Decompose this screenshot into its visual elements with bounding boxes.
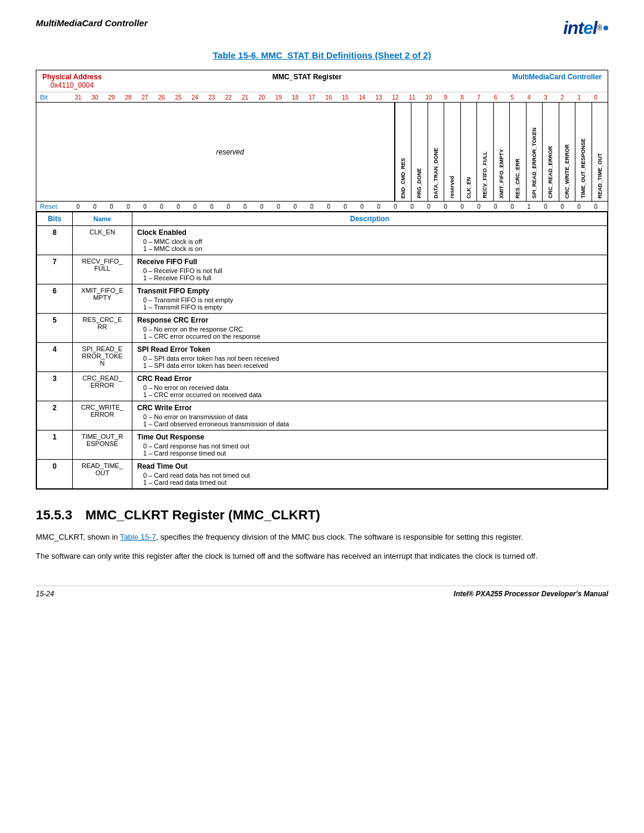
table-row: 0READ_TIME_ OUTRead Time Out0 – Card rea… bbox=[37, 460, 608, 489]
bit-number: 7 bbox=[470, 94, 487, 101]
desc-item: 0 – Transmit FIFO is not empty bbox=[143, 296, 602, 304]
bit-number: 10 bbox=[420, 94, 437, 101]
reset-value: 0 bbox=[253, 203, 270, 210]
table-row: 2CRC_WRITE_ ERRORCRC Write Error0 – No e… bbox=[37, 401, 608, 431]
bits-cell: 0 bbox=[37, 460, 73, 489]
bits-cell: 7 bbox=[37, 255, 73, 284]
desc-cell: Response CRC Error0 – No error on the re… bbox=[132, 314, 608, 343]
reset-value: 0 bbox=[287, 203, 304, 210]
reset-value: 0 bbox=[137, 203, 153, 210]
bits-cell: 4 bbox=[37, 343, 73, 372]
reset-value: 1 bbox=[521, 203, 537, 210]
description-table: Bits Name Description 8CLK_ENClock Enabl… bbox=[36, 212, 608, 489]
section-title: MMC_CLKRT Register (MMC_CLKRT) bbox=[85, 507, 320, 522]
bit-numbers-row: Bit 313029282726252423222120191817161514… bbox=[36, 92, 608, 103]
reset-value: 0 bbox=[537, 203, 554, 210]
bit-numbers: 3130292827262524232221201918171615141312… bbox=[70, 94, 604, 101]
bit-number: 11 bbox=[404, 94, 420, 101]
register-table-header: Physical Address 0x4110_0004 MMC_STAT Re… bbox=[36, 70, 608, 92]
reset-value: 0 bbox=[237, 203, 253, 210]
reset-value: 0 bbox=[387, 203, 404, 210]
bit-number: 2 bbox=[554, 94, 571, 101]
bits-cell: 6 bbox=[37, 284, 73, 314]
bits-cell: 8 bbox=[37, 226, 73, 255]
desc-title: Transmit FIFO Empty bbox=[137, 287, 602, 295]
bit-number: 27 bbox=[137, 94, 153, 101]
page-footer: 15-24 Intel® PXA255 Processor Developer'… bbox=[36, 586, 608, 598]
desc-cell: Receive FIFO Full0 – Receive FIFO is not… bbox=[132, 255, 608, 284]
bit-number: 29 bbox=[103, 94, 120, 101]
desc-title: Response CRC Error bbox=[137, 316, 602, 324]
table-15-7-link[interactable]: Table 15-7 bbox=[120, 532, 156, 541]
bit-field-cell: END_CMD_RES bbox=[395, 103, 411, 201]
name-cell: XMIT_FIFO_E MPTY bbox=[73, 284, 132, 314]
table-row: 5RES_CRC_E RRResponse CRC Error0 – No er… bbox=[37, 314, 608, 343]
desc-item: 0 – No error on received data bbox=[143, 384, 602, 391]
bit-number: 8 bbox=[454, 94, 470, 101]
bit-number: 5 bbox=[504, 94, 521, 101]
bit-number: 19 bbox=[270, 94, 287, 101]
bit-number: 13 bbox=[370, 94, 387, 101]
bit-field-cell: SPI_READ_ERROR_TOKEN bbox=[526, 103, 542, 201]
bit-fields: END_CMD_RESPRG_DONEDATA_TRAN_DONEreserve… bbox=[395, 103, 608, 201]
phys-addr-label: Physical Address bbox=[42, 73, 102, 81]
bit-field-cell: reserved bbox=[444, 103, 460, 201]
header-title: MultiMediaCard Controller bbox=[36, 18, 148, 28]
reset-value: 0 bbox=[587, 203, 604, 210]
name-cell: CRC_WRITE_ ERROR bbox=[73, 401, 132, 431]
field-label: TIME_OUT_RESPONSE bbox=[580, 138, 586, 199]
bits-cell: 3 bbox=[37, 372, 73, 401]
bit-row-label: Bit bbox=[40, 94, 70, 101]
reset-value: 0 bbox=[103, 203, 120, 210]
field-label: RECV_FIFO_FULL bbox=[482, 151, 488, 199]
bits-cell: 2 bbox=[37, 401, 73, 431]
reset-value: 0 bbox=[187, 203, 203, 210]
bit-field-cell: RECV_FIFO_FULL bbox=[476, 103, 493, 201]
desc-title: Receive FIFO Full bbox=[137, 258, 602, 266]
reset-row: Reset 00000000000000000000000000010000 bbox=[36, 202, 608, 212]
section-15-5-3: 15.5.3 MMC_CLKRT Register (MMC_CLKRT) MM… bbox=[36, 507, 608, 562]
desc-title: SPI Read Error Token bbox=[137, 345, 602, 354]
field-label: DATA_TRAN_DONE bbox=[433, 148, 439, 199]
field-label: XMIT_FIFO_EMPTY bbox=[499, 149, 504, 199]
row-spacer bbox=[36, 103, 66, 201]
bit-number: 17 bbox=[304, 94, 320, 101]
intel-dot-icon bbox=[603, 26, 608, 30]
field-label: CRC_WRITE_ERROR bbox=[564, 144, 570, 199]
bit-number: 28 bbox=[120, 94, 137, 101]
reset-value: 0 bbox=[420, 203, 437, 210]
col-bits-header: Bits bbox=[37, 212, 73, 226]
name-cell: READ_TIME_ OUT bbox=[73, 460, 132, 489]
desc-title: CRC Write Error bbox=[137, 404, 602, 412]
bit-number: 12 bbox=[387, 94, 404, 101]
phys-addr-block: Physical Address 0x4110_0004 bbox=[42, 73, 102, 89]
bit-number: 4 bbox=[521, 94, 537, 101]
table-row: 7RECV_FIFO_ FULLReceive FIFO Full0 – Rec… bbox=[37, 255, 608, 284]
reset-value: 0 bbox=[504, 203, 521, 210]
desc-item: 0 – SPI data error token has not been re… bbox=[143, 355, 602, 362]
bit-number: 16 bbox=[320, 94, 337, 101]
controller-label: MultiMediaCard Controller bbox=[512, 73, 602, 89]
field-label: RES_CRC_ERR bbox=[515, 159, 521, 199]
reset-value: 0 bbox=[571, 203, 587, 210]
reset-value: 0 bbox=[120, 203, 137, 210]
field-label: READ_TIME_OUT bbox=[597, 153, 603, 199]
reset-value: 0 bbox=[337, 203, 354, 210]
field-label: PRG_DONE bbox=[416, 168, 422, 199]
desc-item: 0 – Card read data has not timed out bbox=[143, 472, 602, 479]
desc-item: 1 – CRC error occurred on received data bbox=[143, 391, 602, 398]
field-label: CLK_EN bbox=[466, 177, 472, 199]
name-cell: CRC_READ_ ERROR bbox=[73, 372, 132, 401]
reset-label: Reset bbox=[40, 203, 70, 210]
table-title: Table 15-6. MMC_STAT Bit Definitions (Sh… bbox=[36, 50, 608, 60]
bit-number: 22 bbox=[220, 94, 237, 101]
desc-title: CRC Read Error bbox=[137, 374, 602, 383]
reset-value: 0 bbox=[487, 203, 504, 210]
field-label: SPI_READ_ERROR_TOKEN bbox=[531, 128, 537, 199]
desc-item: 1 – Transmit FIFO is empty bbox=[143, 304, 602, 311]
register-visual-row: reserved END_CMD_RESPRG_DONEDATA_TRAN_DO… bbox=[36, 103, 608, 202]
bit-field-cell: READ_TIME_OUT bbox=[592, 103, 608, 201]
reset-value: 0 bbox=[270, 203, 287, 210]
register-table: Physical Address 0x4110_0004 MMC_STAT Re… bbox=[36, 70, 608, 490]
name-cell: CLK_EN bbox=[73, 226, 132, 255]
